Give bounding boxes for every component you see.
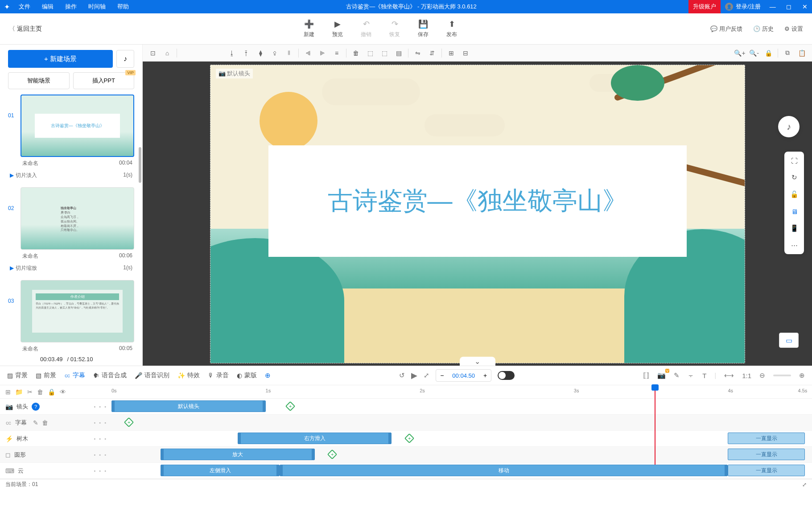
expand-icon[interactable]: ⤢ bbox=[802, 482, 807, 488]
new-scene-button[interactable]: + 新建场景 bbox=[8, 50, 113, 68]
record-button[interactable]: 🎙录音 bbox=[208, 371, 229, 379]
snap-toggle[interactable] bbox=[498, 371, 515, 380]
mask-button[interactable]: ◐蒙版 bbox=[237, 371, 257, 379]
scene-thumbnail[interactable]: 作者介绍李白（701年—762年），字太白，号青莲居士，又号"谪仙人"，唐代伟大… bbox=[21, 280, 134, 342]
smart-scene-button[interactable]: 智能场景 bbox=[8, 72, 70, 89]
insert-ppt-button[interactable]: 插入PPTVIP bbox=[73, 72, 135, 89]
scene-thumbnail[interactable]: 独坐敬亭山唐 李白 众鸟高飞尽， 孤云独去闲。 相看两不厌， 只有敬亭山。 bbox=[21, 187, 134, 250]
asr-button[interactable]: 🎤语音识别 bbox=[135, 371, 169, 379]
align-vcenter-icon[interactable]: ⧫ bbox=[254, 46, 267, 60]
align-right-icon[interactable]: ⫸ bbox=[316, 46, 329, 60]
tts-button[interactable]: 🗣语音合成 bbox=[93, 371, 127, 379]
paste-icon[interactable]: 📋 bbox=[795, 46, 808, 60]
camera-clip[interactable]: 默认镜头 bbox=[111, 400, 266, 412]
clip-always-show[interactable]: 一直显示 bbox=[728, 465, 805, 476]
scene-item-1[interactable]: 01 古诗鉴赏—《独坐敬亭山》 未命名 00:04 ▶切片淡入 1(s) bbox=[8, 95, 134, 183]
group-icon[interactable]: ⊞ bbox=[445, 46, 458, 60]
clip-slide-right[interactable]: 右方滑入 bbox=[238, 433, 392, 444]
more-icon[interactable]: ⋯ bbox=[788, 240, 800, 251]
edit-icon[interactable]: ✎ bbox=[33, 419, 38, 426]
flip-v-icon[interactable]: ⇵ bbox=[425, 46, 439, 60]
mobile-icon[interactable]: 📱 bbox=[788, 223, 800, 234]
filter-icon[interactable]: ⫟ bbox=[688, 372, 694, 379]
menu-timeline[interactable]: 时间轴 bbox=[83, 3, 111, 11]
align-left-icon[interactable]: ⫷ bbox=[301, 46, 315, 60]
fx-button[interactable]: ✨特效 bbox=[177, 371, 200, 379]
feedback-button[interactable]: 💬用户反馈 bbox=[710, 25, 742, 33]
redo-button[interactable]: ↷恢复 bbox=[389, 19, 400, 38]
send-back-icon[interactable]: ⬚ bbox=[378, 46, 391, 60]
copy-icon[interactable]: ⧉ bbox=[781, 46, 794, 60]
clip-slide-left[interactable]: 左侧滑入 bbox=[161, 465, 280, 476]
lock-icon[interactable]: 🔒 bbox=[48, 388, 55, 396]
menu-action[interactable]: 操作 bbox=[60, 3, 82, 11]
help-icon[interactable]: ? bbox=[32, 403, 40, 411]
layer-panel-toggle[interactable]: ▭ bbox=[779, 333, 799, 348]
rotate-icon[interactable]: ↻ bbox=[788, 172, 800, 183]
menu-edit[interactable]: 编辑 bbox=[37, 3, 59, 11]
camera-icon[interactable]: 📷V bbox=[657, 371, 666, 379]
trash-icon[interactable]: 🗑 bbox=[37, 388, 43, 396]
layer-up-icon[interactable]: ▤ bbox=[392, 46, 405, 60]
camera-icon[interactable]: ⊡ bbox=[146, 46, 160, 60]
scrollbar[interactable] bbox=[139, 147, 141, 183]
timeline-ruler[interactable]: 0s 1s 2s 3s 4s 4.5s bbox=[111, 385, 812, 398]
clip-always-show[interactable]: 一直显示 bbox=[728, 433, 805, 444]
fg-button[interactable]: ▧前景 bbox=[36, 371, 56, 379]
align-bottom-icon[interactable]: ⭳ bbox=[225, 46, 239, 60]
maximize-button[interactable]: ◻ bbox=[782, 3, 796, 10]
subtitle-button[interactable]: ㏄字幕 bbox=[64, 371, 85, 379]
zoom-in-icon[interactable]: ⊕ bbox=[799, 371, 805, 379]
edit-icon[interactable]: ✎ bbox=[674, 371, 680, 379]
play-button[interactable]: ▶ bbox=[411, 371, 417, 380]
new-button[interactable]: ➕新建 bbox=[304, 19, 314, 38]
align-hcenter-icon[interactable]: ⧬ bbox=[268, 46, 281, 60]
music-button[interactable]: ♪ bbox=[116, 50, 134, 68]
more-button[interactable]: ⊕ bbox=[265, 371, 271, 379]
trash-icon[interactable]: 🗑 bbox=[42, 419, 48, 426]
ungroup-icon[interactable]: ⊟ bbox=[459, 46, 472, 60]
minimize-button[interactable]: — bbox=[765, 3, 780, 10]
save-button[interactable]: 💾保存 bbox=[418, 19, 429, 38]
scene-item-3[interactable]: 03 作者介绍李白（701年—762年），字太白，号青莲居士，又号"谪仙人"，唐… bbox=[8, 280, 134, 355]
title-box[interactable]: 古诗鉴赏—《独坐敬亭山》 bbox=[268, 145, 687, 257]
unlock-icon[interactable]: 🔓 bbox=[788, 189, 800, 200]
time-minus-button[interactable]: − bbox=[436, 372, 448, 379]
text-icon[interactable]: T bbox=[702, 372, 706, 379]
upgrade-button[interactable]: 升级账户 bbox=[688, 0, 721, 13]
fullscreen-icon[interactable]: ⛶ bbox=[788, 155, 800, 166]
zoom-slider[interactable] bbox=[773, 375, 791, 376]
transition-row[interactable]: ▶切片缩放 1(s) bbox=[8, 263, 134, 276]
align-middle-icon[interactable]: ≡ bbox=[330, 46, 343, 60]
desktop-icon[interactable]: 🖥 bbox=[788, 206, 800, 217]
back-button[interactable]: 〈 返回主页 bbox=[0, 25, 51, 33]
align-top-icon[interactable]: ⭱ bbox=[239, 46, 253, 60]
cut-icon[interactable]: ✂ bbox=[27, 388, 33, 396]
folder-icon[interactable]: 📁 bbox=[15, 388, 23, 396]
delete-icon[interactable]: 🗑 bbox=[349, 46, 363, 60]
expand-button[interactable]: ⤢ bbox=[424, 371, 429, 379]
scene-thumbnail[interactable]: 古诗鉴赏—《独坐敬亭山》 bbox=[21, 95, 134, 157]
add-keyframe[interactable]: + bbox=[285, 401, 295, 412]
rewind-button[interactable]: ↺ bbox=[399, 371, 405, 379]
transition-row[interactable]: ▶切片淡入 1(s) bbox=[8, 170, 134, 183]
stage[interactable]: 古诗鉴赏—《独坐敬亭山》 📷 默认镜头 bbox=[210, 65, 745, 363]
settings-button[interactable]: ⚙设置 bbox=[784, 25, 803, 33]
add-keyframe[interactable]: + bbox=[124, 417, 134, 428]
zoom-out-icon[interactable]: 🔍- bbox=[747, 46, 761, 60]
add-keyframe[interactable]: + bbox=[404, 433, 414, 444]
undo-button[interactable]: ↶撤销 bbox=[361, 19, 371, 38]
distribute-icon[interactable]: ⫴ bbox=[282, 46, 296, 60]
scene-item-2[interactable]: 02 独坐敬亭山唐 李白 众鸟高飞尽， 孤云独去闲。 相看两不厌， 只有敬亭山。… bbox=[8, 187, 134, 276]
add-keyframe[interactable]: + bbox=[327, 449, 338, 460]
zoom-in-icon[interactable]: 🔍+ bbox=[733, 46, 746, 60]
preview-button[interactable]: ▶预览 bbox=[332, 19, 343, 38]
publish-button[interactable]: ⬆发布 bbox=[446, 19, 457, 38]
login-button[interactable]: 👤 登录/注册 bbox=[721, 3, 765, 11]
add-track-icon[interactable]: ⊞ bbox=[5, 388, 11, 396]
bring-front-icon[interactable]: ⬚ bbox=[363, 46, 377, 60]
clip-move[interactable]: 移动 bbox=[280, 465, 728, 476]
ratio-icon[interactable]: 1:1 bbox=[742, 372, 751, 379]
home-icon[interactable]: ⌂ bbox=[161, 46, 174, 60]
clip-always-show[interactable]: 一直显示 bbox=[728, 449, 805, 460]
